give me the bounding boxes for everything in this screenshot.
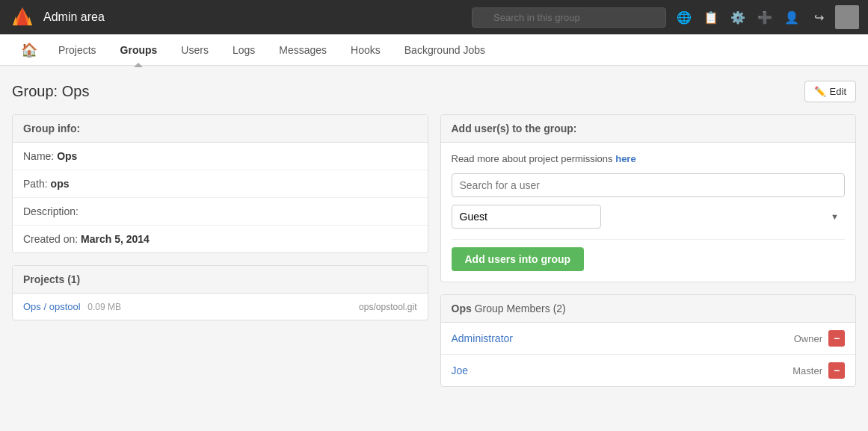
group-name-row: Name: Ops bbox=[13, 143, 428, 170]
topbar: Admin area 🔍 🌐 📋 ⚙️ ➕ 👤 ↪ bbox=[0, 0, 868, 34]
edit-icon: ✏️ bbox=[814, 86, 826, 97]
group-info-header: Group info: bbox=[13, 115, 428, 143]
nav-home[interactable]: 🏠 bbox=[12, 34, 46, 66]
projects-count: (1) bbox=[67, 273, 80, 285]
avatar[interactable] bbox=[835, 5, 859, 29]
member-administrator-link[interactable]: Administrator bbox=[452, 332, 513, 344]
add-users-button[interactable]: Add users into group bbox=[452, 247, 585, 271]
topbar-icons: 🌐 📋 ⚙️ ➕ 👤 ↪ bbox=[674, 5, 859, 29]
remove-joe-button[interactable]: − bbox=[828, 362, 845, 379]
name-label: Name: bbox=[23, 150, 57, 162]
member-joe-role: Master bbox=[792, 365, 822, 376]
projects-body: Ops / opstool 0.09 MB ops/opstool.git bbox=[13, 294, 428, 320]
signout-icon[interactable]: ↪ bbox=[808, 7, 829, 28]
nav-background-jobs[interactable]: Background Jobs bbox=[393, 34, 497, 66]
globe-icon[interactable]: 🌐 bbox=[674, 7, 695, 28]
permissions-link[interactable]: here bbox=[615, 153, 635, 164]
role-select-wrap: Guest Reporter Developer Master Owner ▼ bbox=[452, 205, 846, 229]
remove-administrator-button[interactable]: − bbox=[828, 330, 845, 347]
role-select[interactable]: Guest Reporter Developer Master Owner bbox=[452, 205, 601, 229]
divider bbox=[452, 239, 846, 240]
nav-projects[interactable]: Projects bbox=[46, 34, 108, 66]
project-info: Ops / opstool 0.09 MB bbox=[23, 301, 121, 312]
project-link[interactable]: Ops / opstool bbox=[23, 301, 81, 312]
main-columns: Group info: Name: Ops Path: ops Descript… bbox=[12, 114, 856, 399]
plus-icon[interactable]: ➕ bbox=[754, 7, 775, 28]
member-role-wrap: Owner − bbox=[794, 330, 845, 347]
permissions-text: Read more about project permissions here bbox=[452, 153, 846, 164]
nav-messages[interactable]: Messages bbox=[267, 34, 339, 66]
projects-header: Projects (1) bbox=[13, 266, 428, 294]
description-label: Description: bbox=[23, 205, 79, 217]
member-administrator-role: Owner bbox=[794, 333, 822, 344]
members-body: Administrator Owner − Joe Master − bbox=[441, 323, 856, 386]
created-label: Created on: bbox=[23, 233, 81, 245]
group-created-row: Created on: March 5, 2014 bbox=[13, 226, 428, 252]
members-count: (2) bbox=[553, 303, 566, 314]
nav-logs[interactable]: Logs bbox=[221, 34, 267, 66]
add-users-header: Add user(s) to the group: bbox=[441, 115, 856, 143]
page-header: Group: Ops ✏️ Edit bbox=[12, 81, 856, 102]
path-label: Path: bbox=[23, 178, 51, 190]
name-value: Ops bbox=[57, 150, 77, 162]
project-row: Ops / opstool 0.09 MB ops/opstool.git bbox=[13, 294, 428, 320]
left-column: Group info: Name: Ops Path: ops Descript… bbox=[12, 114, 428, 332]
right-column: Add user(s) to the group: Read more abou… bbox=[440, 114, 857, 399]
main-nav: 🏠 Projects Groups Users Logs Messages Ho… bbox=[0, 34, 868, 66]
gear-icon[interactable]: ⚙️ bbox=[727, 7, 748, 28]
add-users-body: Read more about project permissions here… bbox=[441, 143, 856, 282]
group-path-row: Path: ops bbox=[13, 170, 428, 198]
add-users-panel: Add user(s) to the group: Read more abou… bbox=[440, 114, 857, 282]
member-row: Administrator Owner − bbox=[441, 323, 856, 355]
group-info-panel: Group info: Name: Ops Path: ops Descript… bbox=[12, 114, 428, 253]
members-group-name: Ops bbox=[452, 303, 472, 314]
page-title: Group: Ops bbox=[12, 83, 89, 100]
clipboard-icon[interactable]: 📋 bbox=[701, 7, 721, 28]
nav-hooks[interactable]: Hooks bbox=[339, 34, 393, 66]
member-joe-role-wrap: Master − bbox=[792, 362, 845, 379]
member-joe-link[interactable]: Joe bbox=[452, 365, 469, 376]
select-arrow-icon: ▼ bbox=[831, 212, 839, 221]
group-description-row: Description: bbox=[13, 198, 428, 226]
logo[interactable] bbox=[9, 4, 36, 31]
user-search-input[interactable] bbox=[452, 173, 846, 197]
page-content: Group: Ops ✏️ Edit Group info: Name: Ops… bbox=[0, 66, 868, 414]
project-size: 0.09 MB bbox=[87, 302, 121, 312]
search-wrap: 🔍 bbox=[472, 7, 666, 28]
projects-panel: Projects (1) Ops / opstool 0.09 MB ops/o… bbox=[12, 265, 428, 320]
user-icon[interactable]: 👤 bbox=[781, 7, 802, 28]
project-git: ops/opstool.git bbox=[359, 302, 416, 312]
group-info-body: Name: Ops Path: ops Description: Created… bbox=[13, 143, 428, 252]
created-value: March 5, 2014 bbox=[81, 233, 150, 245]
nav-groups[interactable]: Groups bbox=[108, 34, 170, 66]
nav-users[interactable]: Users bbox=[169, 34, 221, 66]
projects-label: Projects bbox=[23, 273, 64, 285]
group-search-input[interactable] bbox=[472, 7, 666, 28]
members-header: Ops Group Members (2) bbox=[441, 295, 856, 323]
app-title: Admin area bbox=[43, 10, 464, 24]
member-joe-row: Joe Master − bbox=[441, 355, 856, 386]
edit-button[interactable]: ✏️ Edit bbox=[804, 81, 856, 102]
members-panel: Ops Group Members (2) Administrator Owne… bbox=[440, 294, 857, 387]
path-value: ops bbox=[51, 178, 70, 190]
